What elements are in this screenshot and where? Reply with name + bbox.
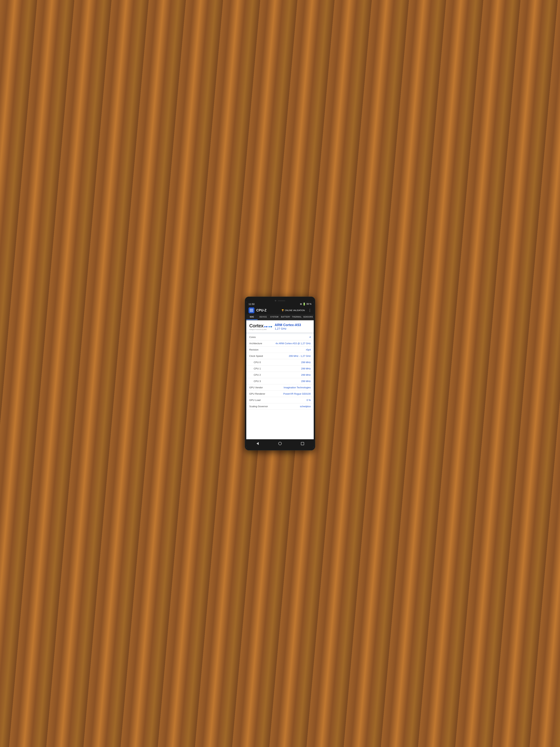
cpu-header: Cortex Intelligent Processors by ARM ARM… — [246, 320, 314, 333]
svg-rect-0 — [250, 309, 253, 312]
row-cpu3: CPU 3 299 MHz — [246, 378, 314, 384]
nav-back-button[interactable] — [254, 441, 261, 446]
tabs-bar: SOC DEVICE SYSTEM BATTERY THERMAL SENSOR… — [246, 314, 314, 320]
tab-thermal[interactable]: THERMAL — [291, 314, 302, 320]
label-cpu3: CPU 3 — [254, 380, 301, 383]
value-architecture: 4x ARM Cortex-A53 @ 1,27 GHz — [275, 342, 311, 345]
battery-level: 99 % — [306, 303, 312, 305]
row-cpu0: CPU 0 299 MHz — [246, 359, 314, 365]
value-gpu-load: 0 % — [307, 399, 311, 402]
tab-soc[interactable]: SOC — [246, 314, 258, 320]
svg-rect-4 — [252, 310, 252, 311]
row-cpu1: CPU 1 299 MHz — [246, 365, 314, 372]
row-gpu-renderer: GPU Renderer PowerVR Rogue GE8100 — [246, 391, 314, 397]
value-cores: 4 — [310, 336, 311, 338]
nav-home-button[interactable] — [277, 441, 283, 446]
label-cpu0: CPU 0 — [254, 361, 301, 364]
value-cpu2: 299 MHz — [301, 374, 311, 376]
cpu-freq: 1,27 GHz — [275, 327, 301, 330]
value-revision: r0p4 — [306, 348, 311, 351]
cortex-sub: Intelligent Processors by ARM — [249, 329, 266, 330]
svg-rect-3 — [250, 310, 251, 311]
camera-area — [246, 299, 314, 302]
row-cpu2: CPU 2 299 MHz — [246, 372, 314, 378]
value-gpu-vendor: Imagination Technologies — [284, 386, 311, 389]
cpu-info: ARM Cortex-A53 1,27 GHz — [275, 323, 301, 330]
row-scaling-governor: Scaling Governor schedplus — [246, 403, 314, 410]
app-bar: CPU-Z 🏆 ONLINE VALIDATION ⋮ — [246, 306, 314, 314]
value-clock-speed: 299 MHz - 1,27 GHz — [289, 355, 311, 357]
tab-device[interactable]: DEVICE — [258, 314, 269, 320]
tablet-screen: 11:50 ⊠ 🔋 99 % CPU-Z 🏆 ONLIN — [246, 302, 314, 447]
value-cpu0: 299 MHz — [301, 361, 311, 364]
row-gpu-vendor: GPU Vendor Imagination Technologies — [246, 384, 314, 391]
label-cpu1: CPU 1 — [254, 367, 301, 370]
svg-rect-1 — [250, 309, 251, 310]
row-cores: Cores 4 — [246, 334, 314, 340]
value-scaling-governor: schedplus — [300, 405, 311, 408]
label-cores: Cores — [249, 336, 310, 338]
online-validation-label: ONLINE VALIDATION — [285, 309, 305, 311]
label-gpu-vendor: GPU Vendor — [249, 386, 284, 389]
tablet-device: 11:50 ⊠ 🔋 99 % CPU-Z 🏆 ONLIN — [245, 297, 315, 450]
more-options-icon[interactable]: ⋮ — [308, 308, 312, 312]
row-gpu-load: GPU Load 0 % — [246, 397, 314, 403]
label-cpu2: CPU 2 — [254, 374, 301, 376]
speaker — [278, 300, 285, 301]
app-icon — [248, 307, 255, 313]
value-cpu3: 299 MHz — [301, 380, 311, 383]
status-bar: 11:50 ⊠ 🔋 99 % — [246, 302, 314, 306]
svg-rect-2 — [252, 309, 252, 310]
battery-icon: 🔋 — [302, 303, 306, 306]
tab-system[interactable]: SYSTEM — [269, 314, 280, 320]
label-gpu-renderer: GPU Renderer — [249, 392, 283, 395]
label-revision: Revision — [249, 348, 306, 351]
label-gpu-load: GPU Load — [249, 399, 307, 402]
cortex-logo-text: Cortex — [249, 323, 263, 329]
label-scaling-governor: Scaling Governor — [249, 405, 300, 408]
status-right: ⊠ 🔋 99 % — [300, 303, 312, 306]
value-gpu-renderer: PowerVR Rogue GE8100 — [283, 392, 311, 395]
trophy-icon: 🏆 — [282, 309, 284, 312]
row-architecture: Architecture 4x ARM Cortex-A53 @ 1,27 GH… — [246, 340, 314, 346]
content-spacer — [246, 410, 314, 439]
online-validation-btn[interactable]: 🏆 ONLINE VALIDATION — [282, 309, 305, 312]
nav-recents-button[interactable] — [299, 441, 306, 446]
cpu-name: ARM Cortex-A53 — [275, 323, 301, 327]
row-revision: Revision r0p4 — [246, 346, 314, 353]
cortex-logo: Cortex Intelligent Processors by ARM — [249, 323, 272, 330]
value-cpu1: 299 MHz — [301, 367, 311, 370]
sim-icon: ⊠ — [300, 303, 302, 305]
soc-content: Cortex Intelligent Processors by ARM ARM… — [246, 320, 314, 439]
row-clock-speed: Clock Speed 299 MHz - 1,27 GHz — [246, 353, 314, 359]
label-clock-speed: Clock Speed — [249, 355, 289, 357]
info-table: Cores 4 Architecture 4x ARM Cortex-A53 @… — [246, 334, 314, 439]
status-time: 11:50 — [248, 303, 255, 306]
tab-sensors[interactable]: SENSORS — [302, 314, 314, 320]
nav-bar — [246, 439, 314, 447]
app-title: CPU-Z — [256, 308, 279, 312]
tab-battery[interactable]: BATTERY — [280, 314, 291, 320]
front-camera — [275, 300, 276, 302]
label-architecture: Architecture — [249, 342, 275, 345]
